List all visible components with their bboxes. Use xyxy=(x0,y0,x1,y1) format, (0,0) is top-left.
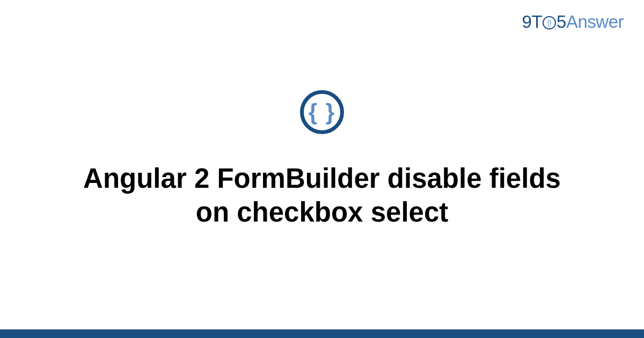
logo-circle-icon: {} xyxy=(543,16,556,30)
main-content: { } Angular 2 FormBuilder disable fields… xyxy=(0,0,644,338)
logo-text-9t: 9T xyxy=(522,12,543,32)
logo-text-answer: Answer xyxy=(566,12,624,32)
code-braces-icon: { } xyxy=(309,101,335,123)
site-logo: 9T {} 5 Answer xyxy=(522,12,624,32)
topic-icon-circle: { } xyxy=(300,90,344,134)
logo-braces-small: {} xyxy=(547,19,552,26)
question-title: Angular 2 FormBuilder disable fields on … xyxy=(80,162,564,229)
footer-accent-bar xyxy=(0,329,644,338)
logo-text-5: 5 xyxy=(557,12,566,32)
